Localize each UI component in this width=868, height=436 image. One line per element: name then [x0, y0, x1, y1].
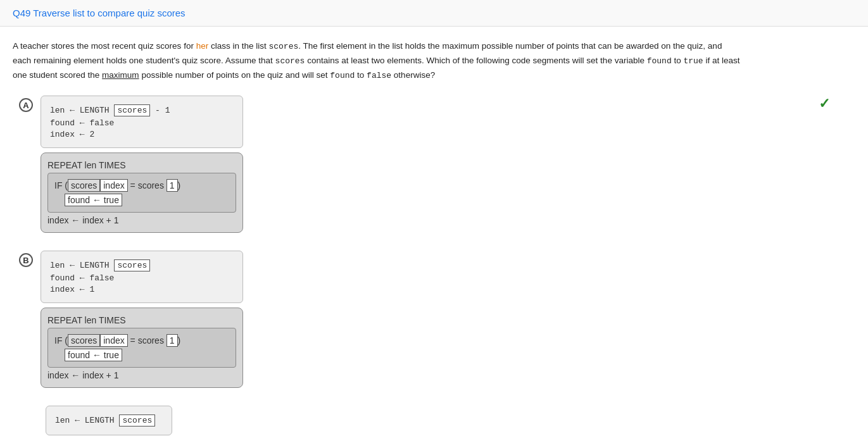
option-b-line-len: len ← LENGTH scores	[50, 259, 234, 271]
option-b-row: B len ← LENGTH scores found ← false inde…	[19, 251, 855, 388]
option-b-if-line: IF (scoresindex = scores 1)	[54, 334, 229, 347]
box-scores-a-len: scores	[114, 104, 150, 116]
option-a-if-body: found ← true	[54, 194, 229, 206]
option-b-if-block: IF (scoresindex = scores 1) found ← true	[47, 328, 236, 368]
code-found-1: found	[647, 56, 672, 66]
code-scores-2: scores	[275, 56, 305, 66]
option-a-line-index: index ← 2	[50, 130, 234, 139]
problem-description: A teacher stores the most recent quiz sc…	[13, 39, 741, 83]
option-a-label: A	[19, 98, 33, 112]
option-b-repeat-header: REPEAT len TIMES	[47, 315, 236, 325]
checkmark-a: ✓	[819, 96, 830, 112]
option-a-repeat-header: REPEAT len TIMES	[47, 160, 236, 170]
option-a-line-found: found ← false	[50, 118, 234, 128]
option-a-checkmark-area: ✓	[819, 96, 855, 112]
code-true-1: true	[683, 56, 703, 66]
page-header: Q49 Traverse list to compare quiz scores	[0, 0, 868, 27]
option-a-repeat-block: REPEAT len TIMES IF (scoresindex = score…	[41, 153, 243, 233]
text-her: her	[196, 41, 209, 51]
code-scores-1: scores	[268, 42, 298, 51]
option-b-index-increment: index ← index + 1	[47, 370, 236, 380]
option-a-line-len: len ← LENGTH scores - 1	[50, 104, 234, 116]
box-found-true-a: found ← true	[65, 194, 122, 206]
option-b-if-body: found ← true	[54, 349, 229, 361]
page-title: Q49 Traverse list to compare quiz scores	[13, 8, 186, 18]
box-scores-a-if-1: scores	[68, 179, 100, 192]
option-b-line-found: found ← false	[50, 273, 234, 283]
text-maximum: maximum	[102, 70, 139, 80]
option-b-repeat-block: REPEAT len TIMES IF (scoresindex = score…	[41, 308, 243, 388]
box-1-a-if: 1	[167, 179, 178, 192]
box-index-a-if: index	[100, 179, 127, 192]
option-c-partial-line: len ← LENGTH scores	[55, 414, 163, 427]
option-a-if-line: IF (scoresindex = scores 1)	[54, 179, 229, 192]
option-b-init-block: len ← LENGTH scores found ← false index …	[41, 251, 243, 303]
option-b-line-index: index ← 1	[50, 285, 234, 294]
box-found-true-b: found ← true	[65, 349, 122, 361]
option-b-content: len ← LENGTH scores found ← false index …	[41, 251, 243, 388]
box-1-b-if: 1	[167, 334, 178, 347]
option-a-content: len ← LENGTH scores - 1 found ← false in…	[41, 96, 243, 233]
code-false-1: false	[367, 71, 391, 80]
box-scores-c: scores	[119, 414, 155, 427]
option-a-init-block: len ← LENGTH scores - 1 found ← false in…	[41, 96, 243, 148]
box-scores-b-len: scores	[114, 259, 150, 271]
box-index-b-if: index	[100, 334, 127, 347]
option-a-row: A len ← LENGTH scores - 1 found ← false …	[19, 96, 855, 233]
option-c-row-partial: len ← LENGTH scores	[19, 406, 855, 435]
options-area: A len ← LENGTH scores - 1 found ← false …	[13, 96, 855, 435]
option-b-label: B	[19, 253, 33, 267]
option-c-partial-block: len ← LENGTH scores	[46, 406, 172, 435]
option-a-if-block: IF (scoresindex = scores 1) found ← true	[47, 173, 236, 213]
code-found-2: found	[330, 71, 355, 80]
box-scores-b-if-1: scores	[68, 334, 100, 347]
option-a-index-increment: index ← index + 1	[47, 215, 236, 225]
main-content: A teacher stores the most recent quiz sc…	[0, 27, 868, 436]
